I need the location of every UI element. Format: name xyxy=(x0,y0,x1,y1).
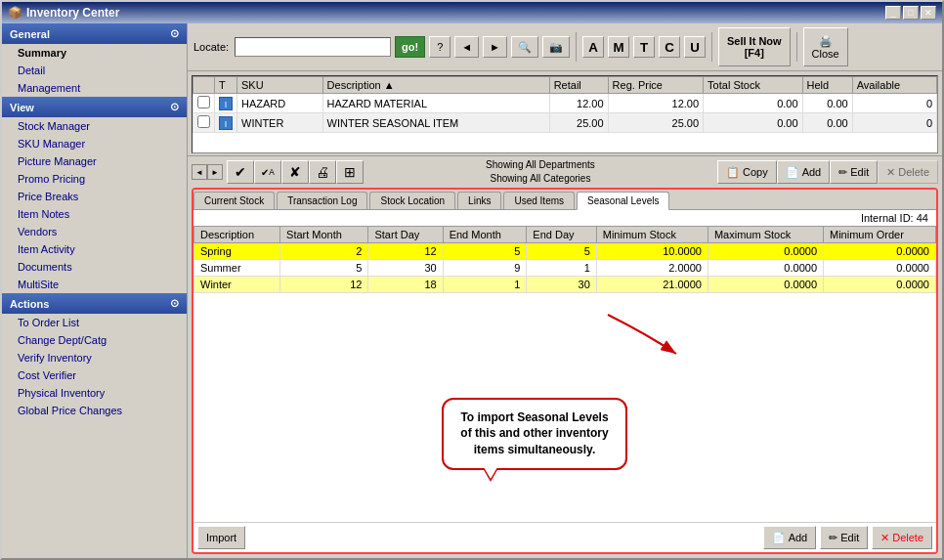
sell-it-now-button[interactable]: Sell It Now [F4] xyxy=(718,27,791,66)
u-button[interactable]: U xyxy=(684,36,706,58)
col-header-reg-price: Reg. Price xyxy=(608,77,703,94)
table-row[interactable]: I WINTER WINTER SEASONAL ITEM 25.00 25.0… xyxy=(193,113,937,133)
sidebar-item-item-activity[interactable]: Item Activity xyxy=(2,240,187,258)
title-bar-controls: _ □ ✕ xyxy=(885,6,936,20)
sidebar-item-change-dept-catg[interactable]: Change Dept/Catg xyxy=(2,331,187,349)
sidebar-item-item-notes[interactable]: Item Notes xyxy=(2,205,187,223)
tab-links[interactable]: Links xyxy=(457,192,501,209)
internal-id-display: Internal ID: 44 xyxy=(193,210,936,226)
locate-label: Locate: xyxy=(193,41,229,53)
sidebar-item-sku-manager[interactable]: SKU Manager xyxy=(2,135,187,152)
sidebar-item-cost-verifier[interactable]: Cost Verifier xyxy=(2,366,187,384)
view-section-header[interactable]: View ⊙ xyxy=(2,97,187,117)
seasonal-table: Description Start Month Start Day End Mo… xyxy=(193,226,936,293)
seasonal-add-icon: 📄 xyxy=(772,532,786,544)
col-header-check xyxy=(193,77,215,94)
col-start-month: Start Month xyxy=(280,227,368,243)
sidebar-item-global-price-changes[interactable]: Global Price Changes xyxy=(2,402,187,419)
sidebar-item-promo-pricing[interactable]: Promo Pricing xyxy=(2,170,187,188)
sidebar-item-to-order-list[interactable]: To Order List xyxy=(2,314,187,331)
import-button[interactable]: Import xyxy=(197,526,245,549)
copy-button[interactable]: 📋 Copy xyxy=(717,160,777,184)
sidebar-item-vendors[interactable]: Vendors xyxy=(2,223,187,240)
sidebar-item-picture-manager[interactable]: Picture Manager xyxy=(2,152,187,170)
tab-stock-location[interactable]: Stock Location xyxy=(369,192,455,209)
m-button[interactable]: M xyxy=(608,36,629,58)
seasonal-edit-button[interactable]: ✏ Edit xyxy=(820,526,868,549)
scroll-left-button[interactable]: ◄ xyxy=(192,164,207,180)
col-start-day: Start Day xyxy=(368,227,443,243)
seasonal-table-container[interactable]: Description Start Month Start Day End Mo… xyxy=(193,226,936,522)
table-row[interactable]: Spring 2 12 5 5 10.0000 0.0000 0.0000 xyxy=(194,243,936,260)
edit-button[interactable]: ✏ Edit xyxy=(830,160,878,184)
close-window-button[interactable]: ✕ xyxy=(921,6,936,20)
uncheck-button[interactable]: ✘ xyxy=(281,160,309,184)
minimize-button[interactable]: _ xyxy=(885,6,901,20)
table-row[interactable]: I HAZARD HAZARD MATERIAL 12.00 12.00 0.0… xyxy=(193,94,937,113)
sidebar-item-documents[interactable]: Documents xyxy=(2,258,187,276)
tab-used-items[interactable]: Used Items xyxy=(503,192,575,209)
add-button[interactable]: 📄 Add xyxy=(777,160,831,184)
general-section-header[interactable]: General ⊙ xyxy=(2,23,187,44)
sidebar-item-verify-inventory[interactable]: Verify Inventory xyxy=(2,349,187,366)
tabs-container: Current Stock Transaction Log Stock Loca… xyxy=(192,188,938,554)
toolbar-separator xyxy=(576,32,577,62)
col-end-day: End Day xyxy=(527,227,596,243)
scroll-right-button[interactable]: ► xyxy=(207,164,223,180)
col-header-description: Description ▲ xyxy=(322,77,549,94)
close-button[interactable]: 🖨️ Close xyxy=(803,27,848,66)
col-header-sku: SKU xyxy=(237,77,323,94)
grid-button[interactable]: ⊞ xyxy=(336,160,364,184)
tab-seasonal-levels[interactable]: Seasonal Levels xyxy=(577,192,669,210)
binoculars-button[interactable]: 🔍 xyxy=(511,36,538,58)
main-content: General ⊙ Summary Detail Management View… xyxy=(2,23,942,558)
sidebar-item-stock-manager[interactable]: Stock Manager xyxy=(2,117,187,135)
sidebar-item-management[interactable]: Management xyxy=(2,79,187,97)
nav-arrows: ◄ ► xyxy=(192,164,223,180)
go-button[interactable]: go! xyxy=(395,36,425,58)
sidebar-item-detail[interactable]: Detail xyxy=(2,62,187,79)
tab-content-seasonal-levels: Internal ID: 44 Description Start Month … xyxy=(193,210,936,552)
printer-icon: 🖨️ xyxy=(819,35,833,48)
a-button[interactable]: A xyxy=(582,36,604,58)
forward-button[interactable]: ► xyxy=(483,36,507,58)
row-checkbox[interactable] xyxy=(197,96,210,108)
seasonal-add-button[interactable]: 📄 Add xyxy=(763,526,817,549)
sidebar-item-price-breaks[interactable]: Price Breaks xyxy=(2,188,187,205)
showing-info: Showing All Departments Showing All Cate… xyxy=(364,158,717,186)
inventory-table-container[interactable]: T SKU Description ▲ Retail Reg. Price To… xyxy=(192,75,938,153)
help-button[interactable]: ? xyxy=(429,36,451,58)
col-header-held: Held xyxy=(802,77,852,94)
sidebar-item-physical-inventory[interactable]: Physical Inventory xyxy=(2,384,187,402)
sidebar-item-summary[interactable]: Summary xyxy=(2,44,187,62)
print-button[interactable]: 🖨 xyxy=(309,160,336,184)
row-checkbox[interactable] xyxy=(197,115,210,128)
back-button[interactable]: ◄ xyxy=(454,36,479,58)
delete-icon: ✕ xyxy=(886,166,895,179)
tab-current-stock[interactable]: Current Stock xyxy=(193,192,275,209)
col-max-stock: Maximum Stock xyxy=(708,227,823,243)
maximize-button[interactable]: □ xyxy=(903,6,919,20)
check-partial-button[interactable]: ✔A xyxy=(254,160,281,184)
camera-button[interactable]: 📷 xyxy=(542,36,570,58)
bottom-toolbar: ◄ ► ✔ ✔A ✘ 🖨 ⊞ Showing All Departments S… xyxy=(188,155,942,188)
c-button[interactable]: C xyxy=(659,36,680,58)
col-header-type: T xyxy=(215,77,237,94)
toolbar-separator-3 xyxy=(796,32,797,62)
sidebar-item-multisite[interactable]: MultiSite xyxy=(2,276,187,293)
seasonal-delete-button[interactable]: ✕ Delete xyxy=(872,526,932,549)
add-icon: 📄 xyxy=(786,166,799,179)
table-row[interactable]: Summer 5 30 9 1 2.0000 0.0000 0.0000 xyxy=(194,260,936,277)
tabs-region: Current Stock Transaction Log Stock Loca… xyxy=(188,188,942,558)
t-button[interactable]: T xyxy=(633,36,655,58)
actions-section-header[interactable]: Actions ⊙ xyxy=(2,293,187,314)
window-title: Inventory Center xyxy=(26,6,119,20)
locate-input[interactable] xyxy=(235,37,391,57)
col-header-available: Available xyxy=(852,77,936,94)
copy-icon: 📋 xyxy=(726,166,740,179)
check-all-button[interactable]: ✔ xyxy=(227,160,254,184)
right-panel: Locate: go! ? ◄ ► 🔍 📷 A M T C U Sell It … xyxy=(188,23,942,558)
table-row[interactable]: Winter 12 18 1 30 21.0000 0.0000 0.0000 xyxy=(194,277,936,293)
tab-transaction-log[interactable]: Transaction Log xyxy=(277,192,367,209)
delete-button[interactable]: ✕ Delete xyxy=(878,160,938,184)
